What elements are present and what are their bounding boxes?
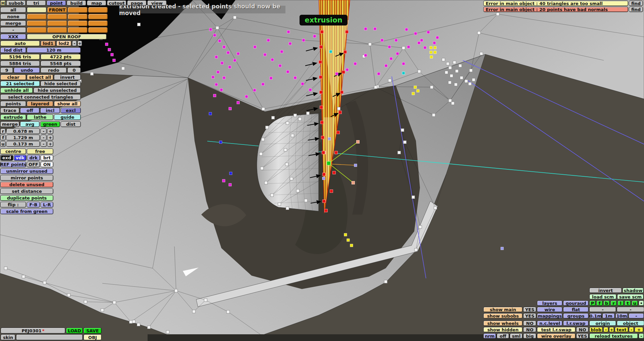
white-point[interactable] (388, 79, 391, 82)
lod-auto-button[interactable]: auto (0, 41, 40, 46)
white-point[interactable] (266, 126, 269, 129)
red-point[interactable] (323, 200, 326, 203)
blob-minus-button[interactable]: - (603, 327, 608, 332)
red-point[interactable] (340, 91, 343, 94)
white-point[interactable] (402, 47, 405, 50)
merge-subobs-button[interactable]: merge (0, 20, 26, 26)
yellow-point[interactable] (430, 56, 433, 58)
set-distance-button[interactable]: set distance (0, 188, 53, 194)
white-point[interactable] (294, 114, 297, 117)
proj-t-button[interactable]: t (625, 300, 631, 306)
magenta-point[interactable] (427, 31, 430, 34)
menu-item-page[interactable]: page (127, 0, 147, 6)
magenta-point[interactable] (215, 56, 218, 58)
magenta-point[interactable] (221, 62, 223, 64)
wire-overlay-value[interactable]: YES (576, 333, 589, 339)
white-point[interactable] (260, 153, 263, 156)
magenta-point[interactable] (245, 95, 248, 98)
white-point[interactable] (4, 267, 7, 270)
magenta-point[interactable] (374, 27, 376, 30)
red-point[interactable] (339, 111, 342, 114)
select-all-subobs-button[interactable]: all (0, 7, 26, 13)
lr-swap-button[interactable]: l.r.swap (563, 321, 589, 326)
white-point[interactable] (472, 78, 475, 81)
grid-cell[interactable] (27, 27, 47, 33)
lod-dist-label[interactable]: lod dist (0, 47, 26, 53)
unmirror-unused-button[interactable]: unmirror unused (0, 168, 53, 174)
magenta-point[interactable] (227, 51, 229, 54)
magenta-point[interactable] (302, 39, 305, 42)
offset-f-plus-button[interactable]: + (47, 135, 53, 140)
lod-dist-value[interactable]: 120 m (27, 47, 81, 53)
brt-button[interactable]: brt (41, 155, 53, 161)
dash-cell[interactable]: - (617, 307, 644, 312)
obj-button[interactable]: OBJ (84, 334, 102, 340)
magenta-point[interactable] (289, 42, 291, 45)
nc-level-button[interactable]: n.c.level (537, 321, 562, 326)
open-roof-button[interactable]: OPEN ROOF (27, 34, 107, 40)
invert-shadow-button[interactable]: invert (589, 288, 622, 293)
white-point[interactable] (460, 76, 463, 79)
yellow-point[interactable] (417, 90, 419, 92)
yellow-point[interactable] (412, 92, 415, 95)
magenta-point[interactable] (253, 89, 256, 92)
blue-point[interactable] (219, 141, 222, 144)
nrm-sml-button[interactable]: sml (510, 333, 523, 339)
flat-button[interactable]: flat (563, 307, 589, 312)
magenta-point[interactable] (395, 39, 397, 42)
test-lr-swap-button[interactable]: test l.r.swap (537, 327, 576, 332)
yellow-point[interactable] (430, 46, 432, 49)
yellow-point[interactable] (434, 51, 436, 54)
shadow-button[interactable]: shadow (623, 288, 644, 293)
magenta-point[interactable] (228, 66, 231, 68)
blob-plus-button[interactable]: + (609, 327, 614, 332)
magenta-point[interactable] (313, 35, 316, 38)
cyan-point[interactable] (402, 72, 405, 74)
white-point[interactable] (193, 310, 196, 313)
magenta-point[interactable] (237, 52, 239, 55)
magenta-point[interactable] (390, 57, 392, 60)
magenta-point[interactable] (396, 52, 399, 55)
select-none-button[interactable]: none (0, 14, 26, 19)
grid-cell-front[interactable]: FRONT (47, 7, 67, 13)
text-minus-button[interactable]: - (629, 327, 634, 332)
white-point[interactable] (204, 299, 207, 302)
red-point[interactable] (330, 190, 333, 193)
white-point[interactable] (445, 71, 448, 74)
ref-points-label[interactable]: REF points (0, 162, 26, 167)
blue-point[interactable] (209, 112, 212, 115)
magenta-point[interactable] (113, 59, 115, 62)
dist-button[interactable]: dist (61, 121, 81, 127)
white-point[interactable] (305, 199, 308, 202)
wire-overlay-toggle[interactable]: wire overlay (537, 333, 576, 339)
trace-button[interactable]: trace (0, 108, 19, 113)
white-point[interactable] (84, 300, 87, 303)
magenta-point[interactable] (377, 72, 380, 75)
white-point[interactable] (451, 102, 454, 105)
white-point[interactable] (401, 129, 404, 132)
show-hidden-toggle[interactable]: show hidden (483, 327, 523, 332)
proj-p-button[interactable]: P (589, 300, 596, 306)
grid-cell[interactable] (27, 7, 47, 13)
clear-button[interactable]: clear (0, 74, 26, 80)
lod-plus-button[interactable]: + (77, 41, 82, 46)
cyan-point[interactable] (329, 50, 332, 53)
mappings-button[interactable]: mappings (537, 313, 562, 319)
menu-item-subob[interactable]: subob (6, 0, 26, 6)
grid-cell[interactable] (47, 20, 67, 26)
offset-f-minus-button[interactable]: - (41, 135, 47, 140)
magenta-point[interactable] (414, 32, 417, 35)
salmon-point[interactable] (357, 140, 360, 144)
magenta-point[interactable] (364, 54, 367, 57)
magenta-point[interactable] (309, 89, 312, 91)
magenta-point[interactable] (280, 50, 283, 53)
nrm-big-button[interactable]: big (523, 333, 536, 339)
wire-button[interactable]: wire (537, 307, 562, 312)
white-point[interactable] (453, 61, 456, 64)
white-point[interactable] (137, 323, 140, 326)
magenta-point[interactable] (385, 64, 387, 67)
grid-cell[interactable] (88, 14, 108, 19)
white-point[interactable] (434, 207, 437, 210)
white-point[interactable] (138, 23, 141, 26)
lavender-point[interactable] (354, 164, 357, 167)
